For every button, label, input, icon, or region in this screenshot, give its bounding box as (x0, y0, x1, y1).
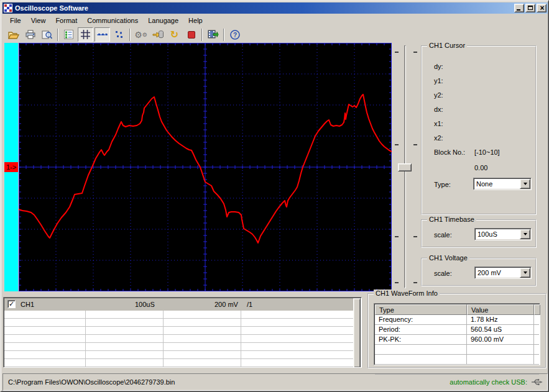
combo-dropdown-button[interactable] (520, 268, 530, 278)
info-value-cell: 560.54 uS (467, 325, 534, 335)
app-window: Oscilloscope Software × File View Format… (0, 0, 549, 392)
open-file-button[interactable] (6, 27, 21, 42)
info-value-cell: 1.78 kHz (467, 315, 534, 325)
scope-display (19, 43, 392, 291)
printer-icon (25, 30, 35, 39)
ch1-cursor-title: CH1 Cursor (427, 42, 467, 49)
info-column-header: Value (467, 304, 534, 315)
cursor-field-label: dx: (422, 103, 535, 117)
help-button[interactable]: ? (227, 27, 242, 42)
dots-line-toggle-button[interactable] (95, 27, 110, 42)
voltage-scale-value: 200 mV (475, 269, 519, 276)
menu-file[interactable]: File (5, 16, 26, 25)
cursor-field-label: x1: (422, 117, 535, 132)
maximize-button[interactable] (525, 4, 535, 12)
menu-help[interactable]: Help (183, 16, 208, 25)
block-no-range: [-10~10] (474, 148, 500, 156)
waveform-info-title: CH1 WaveForm Info (374, 289, 440, 297)
vertical-position-slider-handle[interactable] (398, 163, 412, 171)
minimize-button[interactable] (514, 4, 524, 12)
combo-dropdown-button[interactable] (520, 229, 530, 239)
checklist-icon (64, 30, 73, 39)
voltage-scale-select[interactable]: 200 mV (474, 267, 532, 279)
cursor-type-select[interactable]: None (473, 178, 532, 190)
slider-tick (395, 236, 399, 237)
print-preview-icon (42, 30, 52, 40)
ch1-enabled-checkbox[interactable]: ✓ (7, 300, 16, 308)
cursor-type-label: Type: (434, 181, 451, 188)
channel1-position-marker[interactable]: 1-> (4, 162, 18, 172)
svg-text:?: ? (233, 32, 236, 39)
import-data-button[interactable] (150, 27, 165, 42)
grid-icon (81, 30, 90, 39)
menu-lanugage[interactable]: Lanugage (143, 16, 183, 25)
menu-communications[interactable]: Communications (82, 16, 143, 25)
ch1-voltage-title: CH1 Voltage (427, 254, 469, 262)
timebase-scale-value: 100uS (475, 230, 519, 238)
voltage-scale-label: scale: (434, 270, 452, 277)
stop-button[interactable] (183, 27, 199, 42)
channel-list-scrollbar[interactable] (353, 298, 361, 368)
channel-list-empty-rows (4, 311, 354, 368)
refresh-icon: ↻ (170, 30, 178, 39)
export-movie-button[interactable] (205, 27, 221, 42)
channel-timebase-cell: 100uS (135, 301, 155, 308)
combo-dropdown-button[interactable] (520, 179, 530, 189)
ch1-voltage-group: CH1 Voltage scale: 200 mV (421, 258, 537, 286)
slider-tick (413, 52, 417, 53)
slider-tick (413, 236, 417, 237)
toolbar-separator (223, 29, 224, 41)
minimize-icon (517, 9, 520, 11)
menu-format[interactable]: Format (50, 16, 82, 25)
cursor-field-label: y1: (422, 75, 535, 89)
help-icon: ? (230, 30, 240, 40)
settings-button[interactable]: ⚙⚙ (133, 27, 149, 42)
toolbar-separator (201, 29, 203, 41)
cursor-type-value: None (474, 180, 519, 188)
channel-probe-cell: /1 (247, 301, 252, 308)
points-toggle-button[interactable] (111, 27, 127, 42)
statusbar: C:\Program Files\OWON\Oscilloscope\20462… (2, 373, 548, 391)
block-no-label: Block No.: (434, 148, 465, 156)
ch1-cursor-group: CH1 Cursor dy:y1:y2:dx:x1:x2: Block No.:… (421, 45, 537, 215)
print-preview-button[interactable] (39, 27, 55, 42)
grid-toggle-button[interactable] (78, 27, 93, 42)
info-value-cell: 960.00 mV (467, 335, 534, 345)
slider-tick (413, 144, 417, 145)
app-icon (4, 4, 12, 12)
print-button[interactable] (22, 27, 38, 42)
cursor-field-label: y2: (422, 89, 535, 103)
slider-tick (413, 282, 417, 283)
stop-icon (188, 31, 195, 39)
toolbar: ⚙⚙ ↻ (2, 26, 548, 43)
ch1-waveform-info-group: CH1 WaveForm Info TypeValueFrequency:1.7… (367, 293, 547, 368)
slider-tick (395, 144, 399, 145)
open-folder-icon (8, 30, 19, 39)
block-no-value: 0.00 (474, 164, 487, 171)
timebase-scale-label: scale: (434, 231, 452, 239)
refresh-button[interactable]: ↻ (167, 27, 182, 42)
cursor-field-label: x2: (422, 132, 535, 146)
dots-line-icon (97, 32, 108, 37)
close-button[interactable]: × (537, 4, 547, 12)
status-file-path: C:\Program Files\OWON\Oscilloscope\20462… (8, 378, 175, 386)
menu-view[interactable]: View (26, 16, 51, 25)
info-column-header: Type (375, 304, 467, 315)
titlebar: Oscilloscope Software × (2, 2, 548, 14)
channel-list: ✓CH1100uS200 mV/1 (3, 297, 362, 368)
channel-name-cell: CH1 (21, 301, 34, 308)
menubar: File View Format Communications Lanugage… (2, 15, 548, 26)
info-type-cell: Frequency: (375, 315, 467, 325)
chevron-down-icon (524, 183, 527, 185)
chevron-down-icon (524, 271, 527, 274)
slider-tick (395, 282, 399, 283)
points-icon (115, 30, 123, 39)
cursor-field-label: dy: (422, 60, 535, 75)
ch1-timebase-group: CH1 Timebase scale: 100uS (421, 219, 537, 248)
slider-tick (395, 52, 399, 53)
window-title: Oscilloscope Software (15, 4, 88, 12)
gears-icon: ⚙⚙ (134, 30, 147, 39)
channel-properties-button[interactable] (61, 27, 76, 42)
timebase-scale-select[interactable]: 100uS (474, 228, 532, 240)
channel-row-ch1[interactable]: ✓CH1100uS200 mV/1 (4, 298, 354, 311)
